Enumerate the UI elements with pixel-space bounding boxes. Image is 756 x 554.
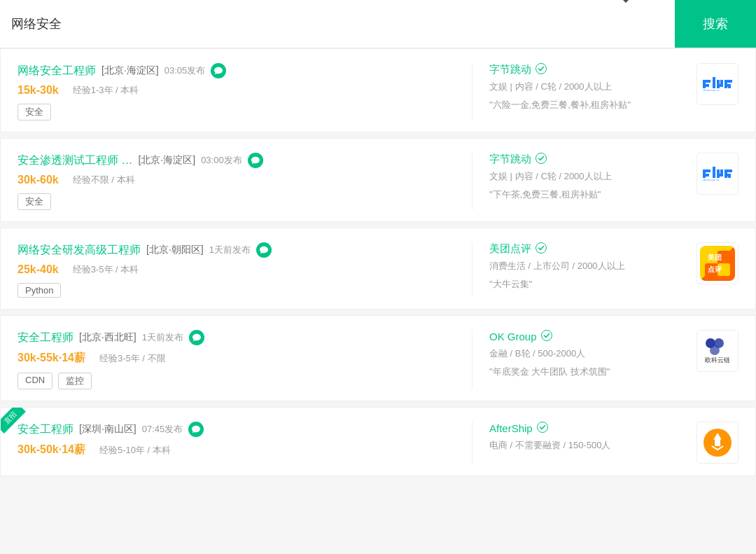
job-title-row: 网络安全工程师 [北京·海淀区] 03:05发布 bbox=[18, 63, 458, 78]
job-meta: 经验3-5年 / 不限 bbox=[99, 352, 166, 365]
job-right-info: 字节跳动 文娱 | 内容 / C轮 / 2000人以上 "下午茶,免费三餐,租房… bbox=[489, 153, 685, 201]
svg-rect-40 bbox=[715, 438, 720, 446]
chat-button[interactable] bbox=[256, 242, 272, 258]
chat-button[interactable] bbox=[189, 330, 204, 345]
job-right: OK Group 金融 / B轮 / 500-2000人 "年底奖金 大牛团队 … bbox=[472, 330, 738, 378]
job-detail-row: 15k-30k 经验1-3年 / 本科 bbox=[18, 84, 458, 97]
svg-text:美团: 美团 bbox=[707, 253, 722, 261]
job-card: 网络安全研发高级工程师 [北京·朝阳区] 1天前发布 25k-40k 经验3-5… bbox=[0, 228, 756, 310]
job-meta: 经验3-5年 / 本科 bbox=[73, 263, 139, 276]
job-detail-row: 30k-50k·14薪 经验5-10年 / 本科 bbox=[18, 443, 458, 457]
verified-icon bbox=[537, 422, 548, 435]
company-name[interactable]: AfterShip bbox=[489, 422, 533, 434]
svg-rect-16 bbox=[703, 174, 709, 176]
job-title[interactable]: 安全渗透测试工程师 … bbox=[18, 153, 132, 168]
job-tags: CDN监控 bbox=[18, 373, 458, 389]
job-salary: 30k-60k bbox=[18, 174, 59, 186]
svg-point-0 bbox=[536, 64, 547, 74]
company-name-row: AfterShip bbox=[489, 422, 685, 435]
job-tags: Python bbox=[18, 283, 458, 298]
job-list: 网络安全工程师 [北京·海淀区] 03:05发布 15k-30k 经验1-3年 … bbox=[0, 48, 756, 476]
chat-button[interactable] bbox=[211, 63, 226, 78]
job-tag: 安全 bbox=[18, 104, 51, 120]
verified-icon bbox=[541, 330, 552, 343]
job-right: 美团点评 消费生活 / 上市公司 / 2000人以上 "大牛云集" bbox=[472, 242, 738, 291]
job-time: 07:45发布 bbox=[142, 423, 183, 436]
svg-point-33 bbox=[541, 331, 552, 341]
company-name[interactable]: 字节跳动 bbox=[489, 153, 531, 166]
company-benefit: "下午茶,免费三餐,租房补贴" bbox=[489, 188, 685, 201]
company-name[interactable]: 字节跳动 bbox=[489, 63, 531, 76]
svg-rect-11 bbox=[728, 84, 731, 88]
zhijiao-badge: 直招 bbox=[1, 408, 30, 437]
job-card: 安全工程师 [北京·西北旺] 1天前发布 30k-55k·14薪 经验3-5年 … bbox=[0, 315, 756, 401]
job-meta: 经验5-10年 / 本科 bbox=[99, 444, 171, 457]
company-logo: 美团 点评 bbox=[696, 242, 738, 284]
svg-rect-2 bbox=[703, 80, 710, 83]
job-title-row: 网络安全研发高级工程师 [北京·朝阳区] 1天前发布 bbox=[18, 242, 458, 258]
company-name-row: 字节跳动 bbox=[489, 153, 685, 166]
svg-rect-3 bbox=[703, 84, 709, 87]
company-name[interactable]: OK Group bbox=[489, 331, 537, 342]
company-meta: 电商 / 不需要融资 / 150-500人 bbox=[489, 439, 685, 452]
job-title[interactable]: 网络安全工程师 bbox=[18, 64, 96, 78]
job-right: 字节跳动 文娱 | 内容 / C轮 / 2000人以上 "六险一金,免费三餐,餐… bbox=[472, 63, 738, 111]
job-left: 安全渗透测试工程师 … [北京·海淀区] 03:00发布 30k-60k 经验不… bbox=[18, 153, 472, 210]
company-logo bbox=[696, 422, 738, 464]
job-location: [北京·朝阳区] bbox=[146, 244, 204, 256]
svg-rect-7 bbox=[720, 80, 723, 84]
job-right-info: 字节跳动 文娱 | 内容 / C轮 / 2000人以上 "六险一金,免费三餐,餐… bbox=[489, 63, 685, 111]
company-logo: 字节跳动 bbox=[696, 153, 738, 195]
job-meta: 经验1-3年 / 本科 bbox=[73, 84, 139, 97]
svg-point-37 bbox=[537, 422, 547, 433]
search-input[interactable] bbox=[11, 3, 664, 46]
job-right-info: OK Group 金融 / B轮 / 500-2000人 "年底奖金 大牛团队 … bbox=[489, 330, 685, 378]
svg-point-13 bbox=[536, 153, 547, 164]
svg-text:字节跳动: 字节跳动 bbox=[703, 179, 720, 181]
svg-rect-6 bbox=[717, 84, 723, 87]
job-time: 1天前发布 bbox=[142, 331, 183, 344]
job-tags: 安全 bbox=[18, 104, 458, 120]
svg-point-36 bbox=[710, 345, 720, 355]
search-bar: 点我，注册更快捷 > 搜索 bbox=[0, 0, 756, 48]
job-right: AfterShip 电商 / 不需要融资 / 150-500人 bbox=[472, 422, 738, 464]
svg-rect-4 bbox=[713, 77, 715, 88]
job-title[interactable]: 安全工程师 bbox=[18, 331, 74, 345]
svg-rect-24 bbox=[728, 174, 731, 178]
company-name[interactable]: 美团点评 bbox=[489, 242, 531, 256]
job-meta: 经验不限 / 本科 bbox=[73, 174, 135, 186]
chat-button[interactable] bbox=[188, 422, 204, 437]
verified-icon bbox=[536, 242, 547, 256]
job-tag: 监控 bbox=[58, 373, 92, 389]
job-card: 直招 安全工程师 [深圳·南山区] 07:45发布 30k-50k·14薪 经验… bbox=[0, 407, 756, 476]
job-title-row: 安全工程师 [深圳·南山区] 07:45发布 bbox=[18, 422, 458, 437]
job-tag: Python bbox=[18, 283, 61, 298]
job-tag: 安全 bbox=[18, 193, 51, 210]
search-button[interactable]: 搜索 bbox=[675, 0, 756, 48]
job-location: [北京·西北旺] bbox=[79, 331, 136, 344]
company-meta: 文娱 | 内容 / C轮 / 2000人以上 bbox=[489, 170, 685, 183]
job-left: 网络安全工程师 [北京·海淀区] 03:05发布 15k-30k 经验1-3年 … bbox=[18, 63, 472, 120]
job-tag: CDN bbox=[18, 373, 52, 389]
job-title-row: 安全渗透测试工程师 … [北京·海淀区] 03:00发布 bbox=[18, 153, 458, 168]
chat-button[interactable] bbox=[248, 153, 263, 168]
svg-text:字节跳动: 字节跳动 bbox=[703, 89, 720, 91]
job-title-row: 安全工程师 [北京·西北旺] 1天前发布 bbox=[18, 330, 458, 345]
job-time: 03:05发布 bbox=[164, 64, 206, 77]
job-location: [北京·海淀区] bbox=[102, 64, 159, 77]
job-detail-row: 30k-60k 经验不限 / 本科 bbox=[18, 174, 458, 186]
job-right-info: AfterShip 电商 / 不需要融资 / 150-500人 bbox=[489, 422, 685, 457]
verified-icon bbox=[536, 63, 547, 76]
svg-text:点评: 点评 bbox=[708, 265, 722, 273]
job-tags: 安全 bbox=[18, 193, 458, 210]
job-detail-row: 30k-55k·14薪 经验3-5年 / 不限 bbox=[18, 351, 458, 366]
job-card: 网络安全工程师 [北京·海淀区] 03:05发布 15k-30k 经验1-3年 … bbox=[0, 48, 756, 132]
company-meta: 消费生活 / 上市公司 / 2000人以上 bbox=[489, 260, 685, 272]
job-left: 网络安全研发高级工程师 [北京·朝阳区] 1天前发布 25k-40k 经验3-5… bbox=[18, 242, 472, 298]
job-left: 安全工程师 [北京·西北旺] 1天前发布 30k-55k·14薪 经验3-5年 … bbox=[18, 330, 472, 389]
job-detail-row: 25k-40k 经验3-5年 / 本科 bbox=[18, 263, 458, 276]
job-title[interactable]: 网络安全研发高级工程师 bbox=[18, 243, 141, 258]
company-meta: 金融 / B轮 / 500-2000人 bbox=[489, 347, 685, 360]
company-benefit: "六险一金,免费三餐,餐补,租房补贴" bbox=[489, 99, 685, 111]
company-benefit: "大牛云集" bbox=[489, 278, 685, 291]
